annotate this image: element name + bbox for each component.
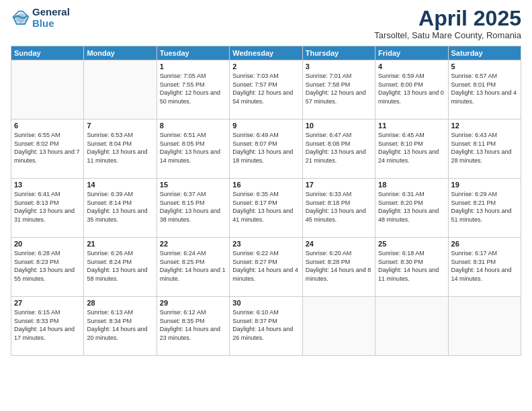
- day-info: Sunrise: 6:35 AM Sunset: 8:17 PM Dayligh…: [232, 190, 299, 224]
- day-info: Sunrise: 6:17 AM Sunset: 8:31 PM Dayligh…: [451, 249, 518, 283]
- calendar-cell: 3Sunrise: 7:01 AM Sunset: 7:58 PM Daylig…: [302, 60, 375, 120]
- logo-line2: Blue: [32, 18, 70, 30]
- day-number: 13: [14, 181, 81, 189]
- calendar-week-0: 1Sunrise: 7:05 AM Sunset: 7:55 PM Daylig…: [11, 60, 521, 120]
- calendar-cell: [11, 60, 84, 120]
- day-number: 30: [232, 299, 299, 307]
- day-number: 27: [14, 299, 81, 307]
- day-number: 6: [14, 122, 81, 130]
- day-info: Sunrise: 6:15 AM Sunset: 8:33 PM Dayligh…: [14, 308, 81, 342]
- day-info: Sunrise: 6:41 AM Sunset: 8:13 PM Dayligh…: [14, 190, 81, 224]
- day-info: Sunrise: 6:24 AM Sunset: 8:25 PM Dayligh…: [160, 249, 226, 283]
- day-info: Sunrise: 6:49 AM Sunset: 8:07 PM Dayligh…: [232, 131, 299, 165]
- day-info: Sunrise: 6:39 AM Sunset: 8:14 PM Dayligh…: [87, 190, 153, 224]
- day-info: Sunrise: 6:47 AM Sunset: 8:08 PM Dayligh…: [306, 131, 372, 165]
- day-number: 23: [232, 240, 299, 248]
- day-info: Sunrise: 6:45 AM Sunset: 8:10 PM Dayligh…: [378, 131, 445, 165]
- calendar-week-2: 13Sunrise: 6:41 AM Sunset: 8:13 PM Dayli…: [11, 179, 521, 238]
- column-header-sunday: Sunday: [11, 46, 84, 60]
- calendar-cell: 19Sunrise: 6:29 AM Sunset: 8:21 PM Dayli…: [448, 179, 521, 238]
- calendar-cell: [302, 297, 375, 356]
- day-number: 14: [87, 181, 153, 189]
- column-header-wednesday: Wednesday: [230, 46, 302, 60]
- calendar-header-row: SundayMondayTuesdayWednesdayThursdayFrid…: [11, 46, 521, 60]
- day-info: Sunrise: 6:22 AM Sunset: 8:27 PM Dayligh…: [232, 249, 299, 283]
- calendar-cell: 20Sunrise: 6:28 AM Sunset: 8:23 PM Dayli…: [11, 238, 84, 297]
- day-info: Sunrise: 6:31 AM Sunset: 8:20 PM Dayligh…: [378, 190, 445, 224]
- calendar-cell: 25Sunrise: 6:18 AM Sunset: 8:30 PM Dayli…: [375, 238, 448, 297]
- day-number: 2: [232, 62, 299, 71]
- calendar-table: SundayMondayTuesdayWednesdayThursdayFrid…: [11, 46, 521, 356]
- calendar-cell: 27Sunrise: 6:15 AM Sunset: 8:33 PM Dayli…: [11, 297, 84, 356]
- day-number: 11: [378, 122, 445, 130]
- day-number: 19: [451, 181, 518, 189]
- day-info: Sunrise: 6:57 AM Sunset: 8:01 PM Dayligh…: [451, 72, 518, 105]
- calendar-cell: 14Sunrise: 6:39 AM Sunset: 8:14 PM Dayli…: [84, 179, 157, 238]
- day-number: 1: [160, 62, 226, 71]
- day-number: 7: [87, 122, 153, 130]
- logo-line1: General: [32, 7, 70, 18]
- day-number: 4: [378, 62, 445, 71]
- calendar-cell: 28Sunrise: 6:13 AM Sunset: 8:34 PM Dayli…: [84, 297, 157, 356]
- calendar-week-3: 20Sunrise: 6:28 AM Sunset: 8:23 PM Dayli…: [11, 238, 521, 297]
- day-number: 24: [306, 240, 372, 248]
- day-info: Sunrise: 7:01 AM Sunset: 7:58 PM Dayligh…: [306, 72, 372, 105]
- day-info: Sunrise: 6:33 AM Sunset: 8:18 PM Dayligh…: [306, 190, 372, 224]
- day-info: Sunrise: 6:18 AM Sunset: 8:30 PM Dayligh…: [378, 249, 445, 283]
- day-number: 16: [232, 181, 299, 189]
- day-info: Sunrise: 6:37 AM Sunset: 8:15 PM Dayligh…: [160, 190, 226, 224]
- day-info: Sunrise: 6:43 AM Sunset: 8:11 PM Dayligh…: [451, 131, 518, 165]
- day-number: 21: [87, 240, 153, 248]
- calendar-cell: [448, 297, 521, 356]
- calendar-cell: 6Sunrise: 6:55 AM Sunset: 8:02 PM Daylig…: [11, 120, 84, 179]
- day-info: Sunrise: 6:26 AM Sunset: 8:24 PM Dayligh…: [87, 249, 153, 283]
- calendar-cell: 24Sunrise: 6:20 AM Sunset: 8:28 PM Dayli…: [302, 238, 375, 297]
- calendar-cell: 13Sunrise: 6:41 AM Sunset: 8:13 PM Dayli…: [11, 179, 84, 238]
- day-info: Sunrise: 6:13 AM Sunset: 8:34 PM Dayligh…: [87, 308, 153, 342]
- day-number: 25: [378, 240, 445, 248]
- calendar-cell: 21Sunrise: 6:26 AM Sunset: 8:24 PM Dayli…: [84, 238, 157, 297]
- calendar-cell: 9Sunrise: 6:49 AM Sunset: 8:07 PM Daylig…: [230, 120, 302, 179]
- day-number: 5: [451, 62, 518, 71]
- day-number: 12: [451, 122, 518, 130]
- calendar-cell: 22Sunrise: 6:24 AM Sunset: 8:25 PM Dayli…: [157, 238, 229, 297]
- logo-text: General Blue: [32, 7, 70, 29]
- day-info: Sunrise: 6:12 AM Sunset: 8:35 PM Dayligh…: [160, 308, 226, 342]
- calendar-cell: 23Sunrise: 6:22 AM Sunset: 8:27 PM Dayli…: [230, 238, 302, 297]
- calendar-cell: 5Sunrise: 6:57 AM Sunset: 8:01 PM Daylig…: [448, 60, 521, 120]
- column-header-thursday: Thursday: [302, 46, 375, 60]
- calendar-cell: 15Sunrise: 6:37 AM Sunset: 8:15 PM Dayli…: [157, 179, 229, 238]
- column-header-friday: Friday: [375, 46, 448, 60]
- day-number: 17: [306, 181, 372, 189]
- day-info: Sunrise: 6:29 AM Sunset: 8:21 PM Dayligh…: [451, 190, 518, 224]
- calendar-cell: 8Sunrise: 6:51 AM Sunset: 8:05 PM Daylig…: [157, 120, 229, 179]
- day-number: 18: [378, 181, 445, 189]
- day-number: 22: [160, 240, 226, 248]
- calendar-cell: 1Sunrise: 7:05 AM Sunset: 7:55 PM Daylig…: [157, 60, 229, 120]
- day-info: Sunrise: 6:53 AM Sunset: 8:04 PM Dayligh…: [87, 131, 153, 165]
- day-info: Sunrise: 7:05 AM Sunset: 7:55 PM Dayligh…: [160, 72, 226, 105]
- day-number: 28: [87, 299, 153, 307]
- day-number: 29: [160, 299, 226, 307]
- title-block: April 2025 Tarsoltel, Satu Mare County, …: [374, 7, 521, 40]
- calendar-cell: 7Sunrise: 6:53 AM Sunset: 8:04 PM Daylig…: [84, 120, 157, 179]
- calendar-cell: [84, 60, 157, 120]
- calendar-cell: 17Sunrise: 6:33 AM Sunset: 8:18 PM Dayli…: [302, 179, 375, 238]
- day-number: 9: [232, 122, 299, 130]
- day-number: 20: [14, 240, 81, 248]
- day-info: Sunrise: 6:59 AM Sunset: 8:00 PM Dayligh…: [378, 72, 445, 105]
- day-number: 3: [306, 62, 372, 71]
- calendar-page: General Blue April 2025 Tarsoltel, Satu …: [0, 0, 532, 411]
- calendar-cell: 26Sunrise: 6:17 AM Sunset: 8:31 PM Dayli…: [448, 238, 521, 297]
- calendar-cell: 4Sunrise: 6:59 AM Sunset: 8:00 PM Daylig…: [375, 60, 448, 120]
- logo: General Blue: [11, 7, 70, 29]
- day-number: 8: [160, 122, 226, 130]
- calendar-cell: 12Sunrise: 6:43 AM Sunset: 8:11 PM Dayli…: [448, 120, 521, 179]
- calendar-cell: 29Sunrise: 6:12 AM Sunset: 8:35 PM Dayli…: [157, 297, 229, 356]
- calendar-week-4: 27Sunrise: 6:15 AM Sunset: 8:33 PM Dayli…: [11, 297, 521, 356]
- calendar-cell: 16Sunrise: 6:35 AM Sunset: 8:17 PM Dayli…: [230, 179, 302, 238]
- calendar-cell: 11Sunrise: 6:45 AM Sunset: 8:10 PM Dayli…: [375, 120, 448, 179]
- day-info: Sunrise: 7:03 AM Sunset: 7:57 PM Dayligh…: [232, 72, 299, 105]
- column-header-saturday: Saturday: [448, 46, 521, 60]
- column-header-tuesday: Tuesday: [157, 46, 229, 60]
